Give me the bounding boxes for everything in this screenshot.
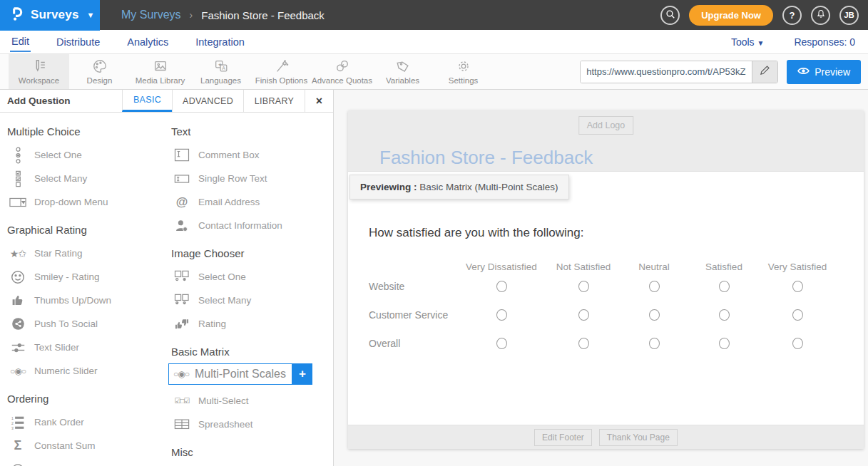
- qtype-select-many[interactable]: Select Many: [4, 167, 168, 190]
- matrix-header-row: Very Dissatisfied Not Satisfied Neutral …: [369, 262, 864, 272]
- qtype-select-one[interactable]: Select One: [4, 143, 168, 167]
- qtype-single-row-text[interactable]: Single Row Text: [168, 167, 332, 190]
- previewing-tooltip: Previewing : Basic Matrix (Multi-Point S…: [349, 175, 569, 200]
- matrix-radio[interactable]: [719, 338, 730, 349]
- qtype-multi-select[interactable]: ☑□☑ Multi-Select: [168, 389, 332, 413]
- qtype-partial-item[interactable]: [4, 457, 168, 466]
- qtype-spreadsheet[interactable]: Spreadsheet: [168, 413, 332, 436]
- workspace-icon: [31, 58, 48, 74]
- questionpro-logo-icon: [9, 6, 24, 25]
- matrix-radio[interactable]: [649, 309, 660, 321]
- matrix-radio[interactable]: [578, 338, 589, 349]
- toolbar-media-library[interactable]: Media Library: [130, 54, 190, 89]
- thank-you-page-button[interactable]: Thank You Page: [599, 429, 678, 446]
- toolbar-variables[interactable]: Variables: [372, 54, 433, 89]
- toolbar-finish-options[interactable]: Finish Options: [251, 54, 312, 89]
- multiselect-icon: ☑□☑: [173, 397, 191, 405]
- edit-footer-button[interactable]: Edit Footer: [534, 429, 592, 446]
- eye-icon: [797, 66, 810, 78]
- qtype-constant-sum[interactable]: Σ Constant Sum: [4, 434, 168, 457]
- responses-count[interactable]: Responses: 0: [794, 36, 855, 48]
- chain-icon: [334, 58, 351, 74]
- qtype-comment-box[interactable]: Comment Box: [168, 143, 332, 167]
- qtype-smiley-rating[interactable]: Smiley - Rating: [4, 265, 168, 289]
- numeric-slider-icon: ○◉○: [9, 366, 27, 376]
- add-logo-button[interactable]: Add Logo: [578, 116, 634, 135]
- matrix-row-label: Website: [369, 281, 461, 292]
- matrix-radio[interactable]: [792, 338, 803, 349]
- toolbar-label: Finish Options: [255, 76, 308, 85]
- matrix-radio[interactable]: [719, 281, 730, 292]
- qtype-image-rating[interactable]: Rating: [168, 312, 332, 336]
- upgrade-now-button[interactable]: Upgrade Now: [689, 5, 773, 26]
- add-question-panel: Add Question BASIC ADVANCED LIBRARY × Mu…: [0, 90, 334, 466]
- tab-advanced[interactable]: ADVANCED: [172, 90, 243, 112]
- survey-url-box: [580, 61, 778, 83]
- qtype-rank-order[interactable]: 123 Rank Order: [4, 410, 168, 434]
- survey-nav: Edit Distribute Analytics Integration To…: [0, 30, 868, 54]
- preview-button[interactable]: Preview: [787, 60, 861, 84]
- image-radio-icon: [173, 270, 191, 284]
- matrix-column-header: Very Satisfied: [765, 262, 829, 272]
- qtype-text-slider[interactable]: Text Slider: [4, 336, 168, 359]
- edit-url-button[interactable]: [752, 61, 777, 83]
- product-switcher[interactable]: Surveys ▼: [0, 0, 100, 31]
- matrix-radio[interactable]: [649, 338, 660, 349]
- tools-menu[interactable]: Tools ▼: [731, 36, 764, 48]
- qtype-image-select-many[interactable]: Select Many: [168, 289, 332, 312]
- toolbar-advance-quotas[interactable]: Advance Quotas: [312, 54, 372, 89]
- survey-title[interactable]: Fashion Store - Feedback: [379, 147, 593, 169]
- close-panel-button[interactable]: ×: [305, 90, 333, 112]
- plus-icon: +: [299, 367, 306, 381]
- add-question-plus-button[interactable]: +: [292, 363, 312, 385]
- matrix-radio[interactable]: [792, 281, 803, 292]
- question-text[interactable]: How satisfied are you with the following…: [369, 226, 864, 240]
- toolbar-label: Settings: [449, 76, 479, 85]
- qtype-star-rating[interactable]: ★✩ Star Rating: [4, 242, 168, 265]
- notifications-button[interactable]: [811, 6, 830, 25]
- toolbar-languages[interactable]: ★A Languages: [190, 54, 251, 89]
- toolbar-label: Media Library: [136, 76, 185, 85]
- matrix-radio[interactable]: [496, 338, 507, 349]
- qtype-image-select-one[interactable]: Select One: [168, 265, 332, 289]
- help-button[interactable]: ?: [782, 6, 802, 25]
- qtype-email-address[interactable]: @ Email Address: [168, 190, 332, 214]
- qtype-thumbs[interactable]: Thumbs Up/Down: [4, 289, 168, 312]
- matrix-radio[interactable]: [496, 309, 507, 321]
- qtype-contact-information[interactable]: Contact Information: [168, 214, 332, 237]
- toolbar-settings[interactable]: Settings: [433, 54, 494, 89]
- search-button[interactable]: [660, 6, 680, 25]
- tab-edit[interactable]: Edit: [10, 31, 31, 52]
- share-icon: [9, 316, 27, 331]
- survey-preview-area: Add Logo Fashion Store - Feedback Previe…: [334, 90, 868, 466]
- avatar[interactable]: JB: [839, 6, 859, 25]
- section-title: Misc: [171, 446, 332, 458]
- matrix-radio[interactable]: [496, 281, 507, 292]
- survey-header: Add Logo Fashion Store - Feedback: [348, 110, 864, 171]
- qtype-multi-point-scales-selected[interactable]: ○◉○ Multi-Point Scales +: [168, 363, 332, 385]
- tab-distribute[interactable]: Distribute: [55, 32, 101, 51]
- matrix-radio[interactable]: [578, 281, 589, 292]
- survey-url-input[interactable]: [581, 61, 752, 83]
- qtype-push-to-social[interactable]: Push To Social: [4, 312, 168, 336]
- qtype-dropdown-menu[interactable]: Drop-down Menu: [4, 190, 168, 214]
- section-title: Basic Matrix: [171, 346, 332, 358]
- tab-analytics[interactable]: Analytics: [126, 32, 170, 51]
- svg-text:1: 1: [11, 415, 13, 420]
- translate-icon: ★A: [213, 58, 230, 74]
- breadcrumb-parent[interactable]: My Surveys: [121, 9, 181, 21]
- toolbar-label: Workspace: [19, 76, 59, 85]
- matrix-radio[interactable]: [578, 309, 589, 321]
- tab-basic[interactable]: BASIC: [122, 90, 172, 112]
- toolbar-design[interactable]: Design: [69, 54, 130, 89]
- tab-integration[interactable]: Integration: [194, 32, 246, 51]
- matrix-radio[interactable]: [719, 309, 730, 321]
- edit-toolbar: Workspace Design Media Library ★A Langua…: [0, 54, 868, 90]
- toolbar-label: Languages: [200, 76, 241, 85]
- qtype-numeric-slider[interactable]: ○◉○ Numeric Slider: [4, 359, 168, 383]
- toolbar-workspace[interactable]: Workspace: [9, 54, 69, 89]
- matrix-radio[interactable]: [649, 281, 660, 292]
- tab-library[interactable]: LIBRARY: [243, 90, 305, 112]
- dropdown-icon: [9, 197, 27, 208]
- matrix-radio[interactable]: [792, 309, 803, 321]
